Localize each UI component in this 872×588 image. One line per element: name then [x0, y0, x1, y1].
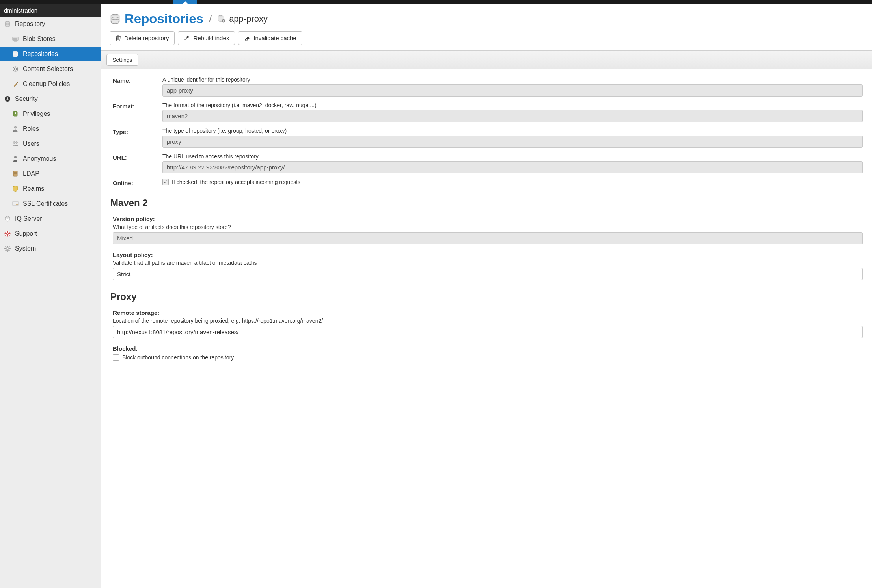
sidebar-label: Repositories — [23, 50, 58, 58]
url-input[interactable] — [162, 161, 863, 173]
svg-rect-27 — [7, 234, 8, 236]
svg-point-12 — [7, 97, 8, 99]
blocked-label: Blocked: — [113, 345, 863, 352]
sidebar-section-repository[interactable]: Repository — [0, 17, 101, 32]
format-input[interactable] — [162, 110, 863, 122]
format-label: Format: — [113, 102, 162, 110]
sidebar-label: Anonymous — [23, 155, 56, 162]
button-label: Invalidate cache — [253, 35, 296, 41]
version-policy-select[interactable] — [113, 232, 863, 244]
svg-point-23 — [16, 204, 18, 205]
layout-policy-select[interactable] — [113, 268, 863, 280]
svg-point-15 — [14, 126, 17, 128]
online-label: Online: — [113, 179, 162, 186]
breadcrumb: Repositories / app-proxy — [101, 4, 872, 31]
broom-icon — [12, 80, 19, 87]
sidebar-label: Content Selectors — [23, 65, 73, 73]
rebuild-index-button[interactable]: Rebuild index — [178, 31, 235, 45]
caret-icon — [183, 1, 188, 4]
svg-point-9 — [15, 69, 16, 69]
layout-policy-label: Layout policy: — [113, 251, 863, 258]
url-help: The URL used to access this repository — [162, 153, 863, 160]
url-label: URL: — [113, 153, 162, 161]
sidebar-item-ldap[interactable]: LDAP — [0, 166, 101, 181]
security-icon — [4, 95, 11, 102]
name-input[interactable] — [162, 84, 863, 97]
sidebar-label: Privileges — [23, 110, 50, 117]
main-content: Repositories / app-proxy Delete reposito… — [101, 4, 872, 588]
sidebar-item-realms[interactable]: Realms — [0, 181, 101, 196]
svg-point-17 — [16, 142, 18, 144]
breadcrumb-title[interactable]: Repositories — [110, 11, 203, 26]
tab-strip: Settings — [101, 50, 872, 69]
sidebar-label: Repository — [15, 20, 45, 28]
type-input[interactable] — [162, 136, 863, 148]
sidebar-section-system[interactable]: System — [0, 241, 101, 256]
name-help: A unique identifier for this repository — [162, 76, 863, 83]
svg-line-38 — [6, 250, 6, 251]
badge-icon — [12, 110, 19, 117]
storage-icon — [12, 35, 19, 43]
sidebar-section-security[interactable]: Security — [0, 91, 101, 106]
database-icon — [4, 20, 11, 28]
database-icon — [110, 13, 121, 24]
sidebar-section-support[interactable]: Support — [0, 226, 101, 241]
blocked-checkbox[interactable] — [113, 354, 119, 361]
sidebar-label: Support — [15, 230, 37, 237]
remote-storage-input[interactable] — [113, 326, 863, 338]
sidebar: dministration Repository Blob Stores Rep… — [0, 4, 101, 588]
sidebar-label: System — [15, 245, 36, 252]
repo-proxy-icon — [217, 15, 226, 23]
users-icon — [12, 140, 19, 147]
button-label: Rebuild index — [193, 35, 229, 41]
tab-settings[interactable]: Settings — [106, 54, 138, 66]
sidebar-label: Cleanup Policies — [23, 80, 70, 87]
type-label: Type: — [113, 128, 162, 135]
eraser-icon — [244, 35, 250, 41]
sidebar-label: Blob Stores — [23, 35, 56, 43]
sidebar-label: IQ Server — [15, 215, 42, 222]
sidebar-item-ssl-certificates[interactable]: SSL Certificates — [0, 196, 101, 211]
wrench-icon — [184, 35, 190, 41]
sidebar-item-anonymous[interactable]: Anonymous — [0, 151, 101, 166]
svg-line-10 — [17, 82, 18, 84]
svg-line-39 — [9, 247, 10, 247]
gear-icon — [4, 245, 11, 252]
blocked-help: Block outbound connections on the reposi… — [122, 354, 234, 361]
delete-repository-button[interactable]: Delete repository — [110, 31, 175, 45]
sidebar-item-users[interactable]: Users — [0, 136, 101, 151]
sidebar-item-roles[interactable]: Roles — [0, 121, 101, 136]
trash-icon — [116, 35, 121, 41]
svg-point-31 — [7, 248, 8, 249]
type-help: The type of repository (i.e. group, host… — [162, 128, 863, 134]
support-icon — [4, 230, 11, 237]
sidebar-section-iq-server[interactable]: IQ Server — [0, 211, 101, 226]
svg-point-18 — [14, 156, 17, 158]
svg-line-36 — [6, 247, 6, 247]
remote-storage-help: Location of the remote repository being … — [113, 318, 863, 324]
anon-icon — [12, 155, 19, 162]
sidebar-item-content-selectors[interactable]: Content Selectors — [0, 61, 101, 76]
breadcrumb-separator: / — [209, 13, 212, 25]
sidebar-label: LDAP — [23, 170, 39, 177]
breadcrumb-title-text: Repositories — [125, 11, 203, 26]
svg-rect-29 — [8, 233, 10, 234]
version-policy-help: What type of artifacts does this reposit… — [113, 224, 863, 230]
online-checkbox[interactable]: ✓ — [162, 179, 169, 185]
sidebar-label: Realms — [23, 185, 44, 192]
name-label: Name: — [113, 76, 162, 84]
sidebar-item-cleanup-policies[interactable]: Cleanup Policies — [0, 76, 101, 91]
sidebar-label: SSL Certificates — [23, 200, 68, 207]
svg-rect-3 — [13, 38, 17, 40]
online-help: If checked, the repository accepts incom… — [172, 179, 300, 185]
sidebar-item-repositories[interactable]: Repositories — [0, 47, 101, 61]
certificate-icon — [12, 200, 19, 207]
target-icon — [12, 65, 19, 73]
sidebar-item-privileges[interactable]: Privileges — [0, 106, 101, 121]
sidebar-item-blob-stores[interactable]: Blob Stores — [0, 32, 101, 47]
svg-point-16 — [13, 142, 15, 144]
proxy-section-title: Proxy — [110, 291, 863, 302]
database-icon — [12, 50, 19, 58]
form-area: Name: A unique identifier for this repos… — [101, 69, 872, 380]
invalidate-cache-button[interactable]: Invalidate cache — [238, 31, 302, 45]
